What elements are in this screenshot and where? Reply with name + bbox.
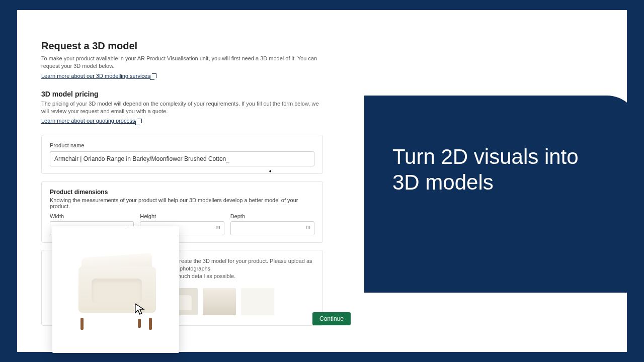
marketing-headline: Turn 2D visuals into 3D models bbox=[392, 144, 619, 195]
dimensions-body: Knowing the measurements of your product… bbox=[50, 197, 314, 209]
headline-line1: Turn 2D visuals into bbox=[392, 144, 619, 169]
unit-label: m bbox=[215, 224, 220, 230]
depth-label: Depth bbox=[230, 213, 314, 219]
page-title: Request a 3D model bbox=[41, 40, 323, 52]
continue-button[interactable]: Continue bbox=[312, 312, 351, 325]
width-label: Width bbox=[50, 213, 134, 219]
product-preview[interactable] bbox=[52, 226, 179, 353]
pricing-heading: 3D model pricing bbox=[41, 90, 323, 98]
headline-line2: 3D models bbox=[392, 169, 619, 195]
pointer-glyph: ◂ bbox=[269, 168, 271, 173]
cursor-icon bbox=[134, 303, 145, 316]
marketing-panel: Turn 2D visuals into 3D models bbox=[364, 96, 639, 293]
product-name-label: Product name bbox=[50, 142, 314, 148]
dimensions-heading: Product dimensions bbox=[50, 189, 314, 196]
quoting-process-link[interactable]: Learn more about our quoting process bbox=[41, 118, 142, 124]
photo-thumb-3[interactable] bbox=[241, 288, 274, 315]
photo-thumb-2[interactable] bbox=[203, 288, 236, 315]
armchair-illustration bbox=[69, 251, 165, 327]
modelling-services-link[interactable]: Learn more about our 3D modelling servic… bbox=[41, 73, 156, 79]
app-stage: Request a 3D model To make your product … bbox=[17, 10, 627, 352]
height-label: Height bbox=[140, 213, 224, 219]
external-link-icon bbox=[152, 73, 156, 78]
pricing-body: The pricing of your 3D model will depend… bbox=[41, 100, 323, 115]
depth-input[interactable] bbox=[230, 221, 314, 235]
external-link-icon bbox=[137, 119, 142, 123]
product-name-input[interactable] bbox=[50, 151, 314, 166]
page-intro: To make your product available in your A… bbox=[41, 55, 323, 70]
link-text: Learn more about our quoting process bbox=[41, 118, 135, 124]
link-text: Learn more about our 3D modelling servic… bbox=[41, 73, 150, 79]
unit-label: m bbox=[306, 224, 310, 230]
product-name-card: Product name bbox=[41, 135, 323, 174]
